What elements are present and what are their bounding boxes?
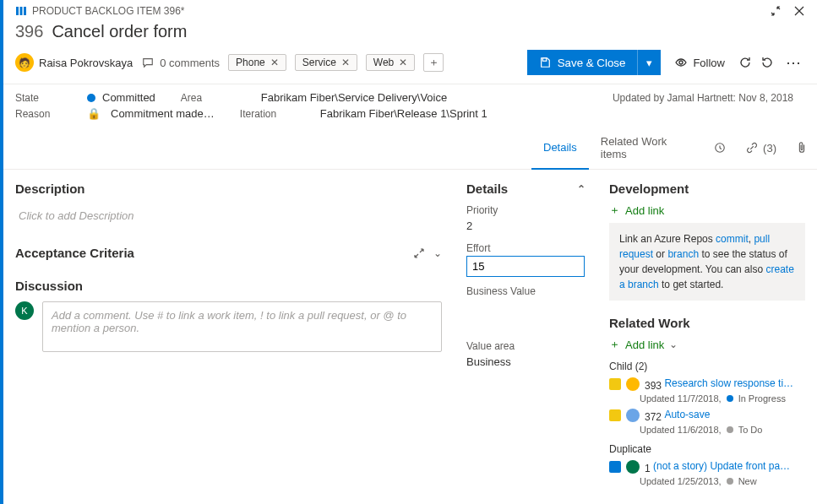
plus-icon: ＋ (609, 337, 620, 352)
avatar-icon (626, 409, 640, 422)
tab-details[interactable]: Details (531, 127, 589, 170)
effort-label: Effort (466, 242, 586, 254)
related-sub: Updated 11/6/2018,To Do (640, 425, 805, 435)
business-value-value[interactable] (466, 297, 586, 315)
meta-row-2: Reason 🔒Commitment made… Iteration Fabri… (3, 104, 817, 120)
plus-icon: ＋ (609, 203, 620, 218)
related-item[interactable]: 1 (not a story) Update front pa… (609, 460, 805, 474)
toolbar: 🧑 Raisa Pokrovskaya 0 comments Phone✕ Se… (3, 50, 817, 84)
comments-count[interactable]: 0 comments (141, 56, 220, 69)
meta-row-1: State Committed Area Fabrikam Fiber\Serv… (3, 84, 817, 104)
details-panel-title: Details ⌃ (466, 182, 586, 196)
chevron-up-icon[interactable]: ⌃ (577, 183, 586, 195)
svg-rect-2 (24, 7, 26, 15)
assignee-name: Raisa Pokrovskaya (39, 57, 133, 69)
save-icon (539, 57, 551, 68)
save-close-button[interactable]: Save & Close ▾ (527, 50, 662, 75)
link-branch[interactable]: branch (667, 248, 699, 260)
iteration-label: Iteration (240, 108, 295, 120)
task-icon (609, 378, 621, 390)
reason-value[interactable]: 🔒Commitment made… (87, 107, 215, 120)
chevron-down-icon[interactable]: ⌄ (669, 339, 678, 350)
pbi-icon (15, 5, 27, 17)
refresh-icon[interactable] (738, 56, 752, 69)
comment-input[interactable]: Add a comment. Use # to link a work item… (42, 301, 442, 352)
related-item[interactable]: 393 Research slow response ti… (609, 377, 805, 392)
avatar-icon (626, 377, 640, 391)
priority-label: Priority (466, 204, 586, 216)
state-dot-icon (727, 478, 733, 485)
tag-web[interactable]: Web✕ (366, 54, 415, 71)
group-duplicate: Duplicate (609, 443, 805, 455)
restore-icon[interactable] (770, 5, 782, 17)
related-link[interactable]: (not a story) Update front pa… (653, 460, 790, 472)
tab-links[interactable]: (3) (736, 127, 787, 169)
lock-icon: 🔒 (87, 107, 101, 120)
area-label: Area (181, 92, 236, 104)
svg-point-6 (679, 61, 683, 64)
work-item-title[interactable]: Cancel order form (52, 22, 187, 41)
priority-value[interactable]: 2 (466, 216, 586, 234)
remove-tag-icon[interactable]: ✕ (270, 57, 279, 68)
state-dot-icon (727, 395, 733, 402)
avatar-icon (626, 460, 640, 474)
remove-tag-icon[interactable]: ✕ (341, 57, 350, 68)
add-tag-button[interactable]: ＋ (423, 53, 444, 72)
header: 396 Cancel order form (3, 19, 817, 50)
related-link[interactable]: Auto-save (664, 409, 710, 420)
save-dropdown-icon[interactable]: ▾ (637, 50, 661, 75)
updated-text: Updated by Jamal Hartnett: Nov 8, 2018 (613, 92, 805, 104)
tab-related[interactable]: Related Work items (589, 127, 704, 169)
revert-icon[interactable] (760, 56, 774, 69)
state-dot-icon (87, 94, 95, 102)
tab-attachments[interactable] (787, 127, 817, 169)
business-value-label: Business Value (466, 285, 586, 297)
state-dot-icon (727, 426, 733, 433)
link-commit[interactable]: commit (716, 233, 749, 245)
development-info: Link an Azure Repos commit, pull request… (609, 223, 805, 301)
acceptance-title: Acceptance Criteria (15, 246, 134, 260)
area-value[interactable]: Fabrikam Fiber\Service Delivery\Voice (261, 91, 447, 104)
assignee-picker[interactable]: 🧑 Raisa Pokrovskaya (15, 53, 133, 72)
close-icon[interactable] (793, 5, 805, 17)
more-actions-icon[interactable]: ⋯ (782, 53, 805, 72)
related-sub: Updated 11/7/2018,In Progress (640, 393, 805, 404)
details-column: Details ⌃ Priority 2 Effort Business Val… (454, 170, 597, 504)
add-related-link-button[interactable]: ＋Add link ⌄ (609, 337, 805, 352)
current-user-avatar: K (15, 301, 34, 320)
add-dev-link-button[interactable]: ＋Add link (609, 203, 805, 218)
comment-icon (141, 56, 155, 69)
chevron-down-icon[interactable]: ⌄ (433, 247, 442, 259)
value-area-value[interactable]: Business (466, 352, 586, 370)
state-value[interactable]: Committed (87, 91, 155, 104)
related-sub: Updated 1/25/2013,New (640, 476, 805, 486)
related-item[interactable]: 372 Auto-save (609, 409, 805, 423)
effort-input[interactable] (466, 256, 585, 277)
related-title: Related Work (609, 316, 805, 330)
avatar: 🧑 (15, 53, 34, 72)
remove-tag-icon[interactable]: ✕ (399, 57, 407, 68)
follow-button[interactable]: Follow (669, 52, 730, 73)
window-title: PRODUCT BACKLOG ITEM 396* (32, 5, 185, 17)
tag-phone[interactable]: Phone✕ (228, 54, 286, 71)
task-icon (609, 409, 621, 421)
svg-rect-5 (542, 58, 546, 62)
description-title: Description (15, 182, 442, 196)
tag-service[interactable]: Service✕ (295, 54, 357, 71)
tab-history[interactable] (704, 127, 736, 169)
reason-label: Reason (15, 108, 62, 120)
description-input[interactable]: Click to add Description (15, 203, 442, 241)
content: Description Click to add Description Acc… (3, 170, 817, 504)
left-column: Description Click to add Description Acc… (3, 170, 454, 504)
pbi-icon (609, 461, 621, 473)
work-item-id: 396 (15, 22, 43, 41)
development-title: Development (609, 182, 805, 196)
svg-rect-1 (20, 7, 23, 15)
iteration-value[interactable]: Fabrikam Fiber\Release 1\Sprint 1 (320, 107, 487, 120)
expand-icon[interactable] (413, 247, 425, 259)
group-child: Child (2) (609, 360, 805, 372)
tabs: Details Related Work items (3) (3, 127, 817, 170)
related-link[interactable]: Research slow response ti… (664, 377, 793, 389)
value-area-label: Value area (466, 340, 586, 352)
window-title-row: PRODUCT BACKLOG ITEM 396* (3, 0, 817, 19)
